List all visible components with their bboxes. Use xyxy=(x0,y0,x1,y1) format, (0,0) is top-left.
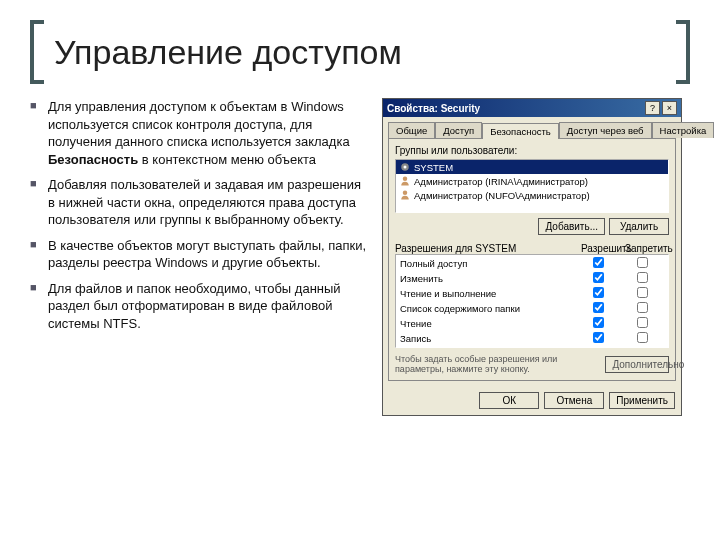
bullet-text: Добавляя пользователей и задавая им разр… xyxy=(48,176,370,229)
principal-row[interactable]: SYSTEM xyxy=(396,160,668,174)
tab-strip: ОбщиеДоступБезопасностьДоступ через вебН… xyxy=(383,117,681,138)
permissions-list: Полный доступИзменитьЧтение и выполнение… xyxy=(395,254,669,348)
close-button[interactable]: × xyxy=(662,101,677,115)
deny-checkbox-cell xyxy=(620,272,664,285)
svg-point-3 xyxy=(403,191,408,196)
tab-настройка[interactable]: Настройка xyxy=(652,122,715,138)
slide-title: Управление доступом xyxy=(54,33,402,72)
principal-name: SYSTEM xyxy=(414,162,453,173)
dialog-title: Свойства: Security xyxy=(387,103,643,114)
user-icon xyxy=(399,175,411,187)
allow-checkbox-cell xyxy=(576,317,620,330)
bullet-marker: ■ xyxy=(30,98,48,168)
deny-checkbox-cell xyxy=(620,302,664,315)
advanced-note: Чтобы задать особые разрешения или парам… xyxy=(395,354,601,374)
dialog-titlebar[interactable]: Свойства: Security ? × xyxy=(383,99,681,117)
bracket-left-decoration xyxy=(30,20,44,84)
tab-безопасность[interactable]: Безопасность xyxy=(482,123,559,139)
allow-checkbox[interactable] xyxy=(593,272,604,283)
permission-name: Запись xyxy=(400,333,576,344)
principals-listbox[interactable]: SYSTEMАдминистратор (IRINA\Администратор… xyxy=(395,159,669,213)
allow-checkbox-cell xyxy=(576,287,620,300)
deny-checkbox[interactable] xyxy=(637,272,648,283)
permission-name: Полный доступ xyxy=(400,258,576,269)
allow-checkbox[interactable] xyxy=(593,302,604,313)
title-bar: Управление доступом xyxy=(30,20,690,84)
permission-row: Запись xyxy=(396,331,668,346)
deny-checkbox[interactable] xyxy=(637,317,648,328)
svg-point-2 xyxy=(403,177,408,182)
deny-checkbox-cell xyxy=(620,287,664,300)
allow-checkbox-cell xyxy=(576,302,620,315)
allow-checkbox[interactable] xyxy=(593,257,604,268)
deny-checkbox[interactable] xyxy=(637,332,648,343)
tab-общие[interactable]: Общие xyxy=(388,122,435,138)
tab-доступ[interactable]: Доступ xyxy=(435,122,482,138)
bullet-item: ■Добавляя пользователей и задавая им раз… xyxy=(30,176,370,229)
cancel-button[interactable]: Отмена xyxy=(544,392,604,409)
gear-icon xyxy=(399,161,411,173)
permission-name: Список содержимого папки xyxy=(400,303,576,314)
principal-row[interactable]: Администратор (NUFO\Администратор) xyxy=(396,188,668,202)
permission-row: Список содержимого папки xyxy=(396,301,668,316)
bracket-right-decoration xyxy=(676,20,690,84)
permission-name: Чтение и выполнение xyxy=(400,288,576,299)
ok-button[interactable]: ОК xyxy=(479,392,539,409)
bullet-marker: ■ xyxy=(30,280,48,333)
allow-checkbox-cell xyxy=(576,272,620,285)
allow-checkbox[interactable] xyxy=(593,332,604,343)
user-icon xyxy=(399,189,411,201)
bullet-marker: ■ xyxy=(30,176,48,229)
add-button[interactable]: Добавить... xyxy=(538,218,605,235)
bullet-item: ■Для управления доступом к объектам в Wi… xyxy=(30,98,370,168)
deny-checkbox[interactable] xyxy=(637,257,648,268)
deny-checkbox[interactable] xyxy=(637,287,648,298)
help-button[interactable]: ? xyxy=(645,101,660,115)
allow-checkbox-cell xyxy=(576,332,620,345)
allow-checkbox[interactable] xyxy=(593,317,604,328)
principal-row[interactable]: Администратор (IRINA\Администратор) xyxy=(396,174,668,188)
bullet-item: ■Для файлов и папок необходимо, чтобы да… xyxy=(30,280,370,333)
bullet-text: Для управления доступом к объектам в Win… xyxy=(48,98,370,168)
permission-row: Полный доступ xyxy=(396,256,668,271)
tab-доступ-через-веб[interactable]: Доступ через веб xyxy=(559,122,652,138)
deny-checkbox-cell xyxy=(620,317,664,330)
bullet-text: В качестве объектов могут выступать файл… xyxy=(48,237,370,272)
principal-name: Администратор (NUFO\Администратор) xyxy=(414,190,590,201)
properties-dialog: Свойства: Security ? × ОбщиеДоступБезопа… xyxy=(382,98,682,416)
permission-name: Чтение xyxy=(400,318,576,329)
principals-label: Группы или пользователи: xyxy=(395,145,669,156)
allow-checkbox[interactable] xyxy=(593,287,604,298)
deny-checkbox-cell xyxy=(620,332,664,345)
apply-button[interactable]: Применить xyxy=(609,392,675,409)
advanced-button[interactable]: Дополнительно xyxy=(605,356,669,373)
permission-name: Изменить xyxy=(400,273,576,284)
permission-row: Чтение и выполнение xyxy=(396,286,668,301)
bullet-marker: ■ xyxy=(30,237,48,272)
bullet-text: Для файлов и папок необходимо, чтобы дан… xyxy=(48,280,370,333)
allow-column-header: Разрешить xyxy=(581,243,625,254)
remove-button[interactable]: Удалить xyxy=(609,218,669,235)
bullet-list: ■Для управления доступом к объектам в Wi… xyxy=(30,98,370,416)
principal-name: Администратор (IRINA\Администратор) xyxy=(414,176,588,187)
permission-row: Чтение xyxy=(396,316,668,331)
allow-checkbox-cell xyxy=(576,257,620,270)
permission-row: Изменить xyxy=(396,271,668,286)
svg-point-1 xyxy=(404,166,407,169)
permissions-label: Разрешения для SYSTEM xyxy=(395,243,581,254)
deny-checkbox[interactable] xyxy=(637,302,648,313)
deny-column-header: Запретить xyxy=(625,243,669,254)
deny-checkbox-cell xyxy=(620,257,664,270)
bullet-item: ■В качестве объектов могут выступать фай… xyxy=(30,237,370,272)
